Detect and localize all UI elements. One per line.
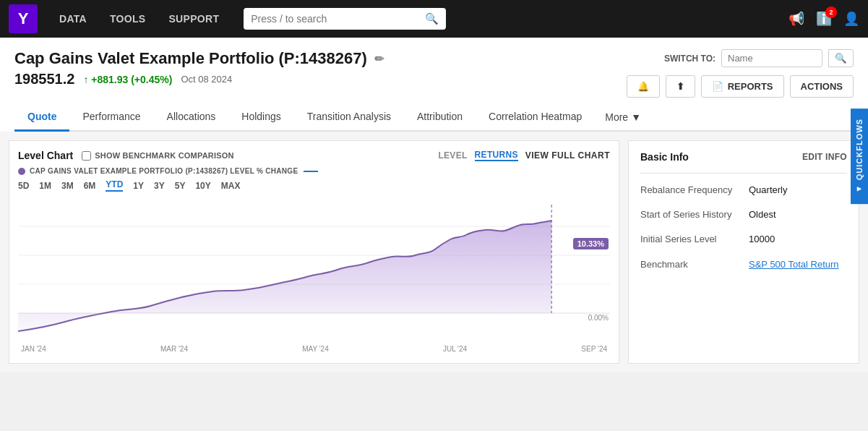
tab-transition-analysis[interactable]: Transition Analysis	[294, 103, 404, 132]
info-icon[interactable]: ℹ️ 2	[816, 11, 832, 27]
notification-badge: 2	[825, 7, 837, 18]
chart-panel: Level Chart SHOW BENCHMARK COMPARISON LE…	[9, 140, 619, 364]
chart-title: Level Chart	[18, 150, 73, 161]
actions-button[interactable]: ACTIONS	[790, 75, 854, 98]
benchmark-value: S&P 500 Total Return	[749, 258, 839, 271]
price-value: 198551.2	[14, 71, 74, 88]
action-buttons: 🔔 ⬆ 📄 REPORTS ACTIONS	[627, 75, 854, 98]
chart-svg	[18, 197, 610, 342]
time-10y[interactable]: 10Y	[195, 181, 210, 191]
quickflows-arrow: ◄	[855, 184, 864, 194]
legend-dot	[18, 168, 25, 175]
search-bar: 🔍	[244, 8, 446, 30]
rebalance-label: Rebalance Frequency	[640, 184, 742, 197]
benchmark-label: SHOW BENCHMARK COMPARISON	[95, 151, 233, 160]
share-icon: ⬆	[676, 81, 684, 92]
start-series-label: Start of Series History	[640, 208, 742, 221]
nav-data[interactable]: DATA	[49, 9, 97, 29]
time-3y[interactable]: 3Y	[154, 181, 165, 191]
reports-label: REPORTS	[728, 81, 773, 92]
benchmark-label-text: Benchmark	[640, 258, 742, 271]
chart-header: Level Chart SHOW BENCHMARK COMPARISON LE…	[18, 150, 610, 161]
time-5d[interactable]: 5D	[18, 181, 29, 191]
chart-legend: CAP GAINS VALET EXAMPLE PORTFOLIO (P:143…	[18, 167, 610, 175]
time-max[interactable]: MAX	[221, 181, 241, 191]
time-5y[interactable]: 5Y	[175, 181, 186, 191]
tabs-bar: Quote Performance Allocations Holdings T…	[14, 103, 854, 132]
initial-level-value: 10000	[749, 233, 775, 246]
header-row: Cap Gains Valet Example Portfolio (P:143…	[14, 49, 854, 68]
chevron-down-icon: ▼	[631, 111, 641, 123]
x-label-mar: MAR '24	[160, 345, 188, 353]
info-row-benchmark: Benchmark S&P 500 Total Return	[640, 258, 847, 271]
portfolio-title-group: Cap Gains Valet Example Portfolio (P:143…	[14, 49, 384, 68]
view-full-chart-btn[interactable]: VIEW FULL CHART	[525, 150, 610, 161]
info-row-rebalance: Rebalance Frequency Quarterly	[640, 184, 847, 197]
edit-title-icon[interactable]: ✏	[374, 52, 384, 66]
navbar-right: 📢 ℹ️ 2 👤	[788, 11, 859, 27]
tab-quote[interactable]: Quote	[14, 103, 69, 132]
time-1y[interactable]: 1Y	[133, 181, 144, 191]
navbar: Y DATA TOOLS SUPPORT 🔍 📢 ℹ️ 2 👤	[0, 0, 868, 38]
info-row-initial-level: Initial Series Level 10000	[640, 233, 847, 246]
chart-type-returns[interactable]: RETURNS	[475, 150, 518, 161]
time-ytd[interactable]: YTD	[106, 179, 123, 192]
x-label-may: MAY '24	[302, 345, 329, 353]
benchmark-link[interactable]: S&P 500 Total Return	[749, 259, 839, 270]
x-label-jul: JUL '24	[443, 345, 467, 353]
tab-allocations[interactable]: Allocations	[154, 103, 229, 132]
content-area: Cap Gains Valet Example Portfolio (P:143…	[0, 38, 868, 132]
nav-tools[interactable]: TOOLS	[100, 9, 155, 29]
edit-info-button[interactable]: EDIT INFO	[802, 152, 847, 162]
switch-to-search-button[interactable]: 🔍	[828, 49, 854, 67]
chart-area: 10.33% 0.00%	[18, 197, 610, 342]
user-profile-icon[interactable]: 👤	[843, 11, 859, 27]
chart-end-value: 10.33%	[573, 238, 609, 249]
actions-label: ACTIONS	[801, 81, 843, 92]
benchmark-checkbox-input[interactable]	[82, 151, 91, 161]
benchmark-checkbox[interactable]: SHOW BENCHMARK COMPARISON	[82, 151, 233, 161]
time-6m[interactable]: 6M	[84, 181, 96, 191]
price-date: Oct 08 2024	[181, 74, 232, 85]
basic-info-title: Basic Info	[640, 151, 689, 163]
price-row: 198551.2 ↑ +881.93 (+0.45%) Oct 08 2024	[14, 71, 232, 88]
main-body: Level Chart SHOW BENCHMARK COMPARISON LE…	[0, 132, 868, 372]
portfolio-title: Cap Gains Valet Example Portfolio (P:143…	[14, 49, 384, 68]
portfolio-name: Cap Gains Valet Example Portfolio (P:143…	[14, 49, 367, 68]
search-input[interactable]	[251, 13, 419, 25]
tab-more[interactable]: More ▼	[595, 104, 651, 130]
quickflows-button[interactable]: ◄ QUICKFLOWS	[851, 108, 868, 204]
nav-menu: DATA TOOLS SUPPORT	[49, 9, 229, 29]
nav-support[interactable]: SUPPORT	[158, 9, 229, 29]
chart-x-labels: JAN '24 MAR '24 MAY '24 JUL '24 SEP '24	[18, 343, 610, 354]
x-label-sep: SEP '24	[581, 345, 607, 353]
alert-button[interactable]: 🔔	[627, 75, 660, 98]
share-button[interactable]: ⬆	[666, 75, 695, 98]
chart-type-buttons: LEVEL RETURNS VIEW FULL CHART	[438, 150, 610, 161]
initial-level-label: Initial Series Level	[640, 233, 742, 246]
divider	[640, 173, 847, 174]
chart-zero-value: 0.00%	[588, 314, 609, 322]
time-1m[interactable]: 1M	[39, 181, 51, 191]
yahoo-finance-logo[interactable]: Y	[9, 4, 38, 33]
price-change: ↑ +881.93 (+0.45%)	[83, 74, 172, 85]
tab-holdings[interactable]: Holdings	[228, 103, 293, 132]
tab-correlation-heatmap[interactable]: Correlation Heatmap	[476, 103, 595, 132]
chart-type-level[interactable]: LEVEL	[438, 150, 467, 161]
info-row-start-series: Start of Series History Oldest	[640, 208, 847, 221]
reports-icon: 📄	[712, 81, 723, 92]
time-3m[interactable]: 3M	[61, 181, 74, 191]
switch-to-input[interactable]	[721, 49, 822, 67]
x-label-jan: JAN '24	[21, 345, 46, 353]
time-range-buttons: 5D 1M 3M 6M YTD 1Y 3Y 5Y 10Y MAX	[18, 179, 610, 192]
info-panel: Basic Info EDIT INFO Rebalance Frequency…	[628, 140, 859, 364]
switch-to-row: SWITCH TO: 🔍	[664, 49, 854, 67]
legend-text: CAP GAINS VALET EXAMPLE PORTFOLIO (P:143…	[30, 167, 298, 175]
reports-button[interactable]: 📄 REPORTS	[701, 75, 784, 98]
switch-to-label: SWITCH TO:	[664, 54, 716, 64]
notifications-icon[interactable]: 📢	[788, 11, 804, 27]
tab-attribution[interactable]: Attribution	[404, 103, 476, 132]
search-icon: 🔍	[425, 12, 439, 25]
tab-performance[interactable]: Performance	[69, 103, 153, 132]
quickflows-label: QUICKFLOWS	[855, 119, 864, 180]
